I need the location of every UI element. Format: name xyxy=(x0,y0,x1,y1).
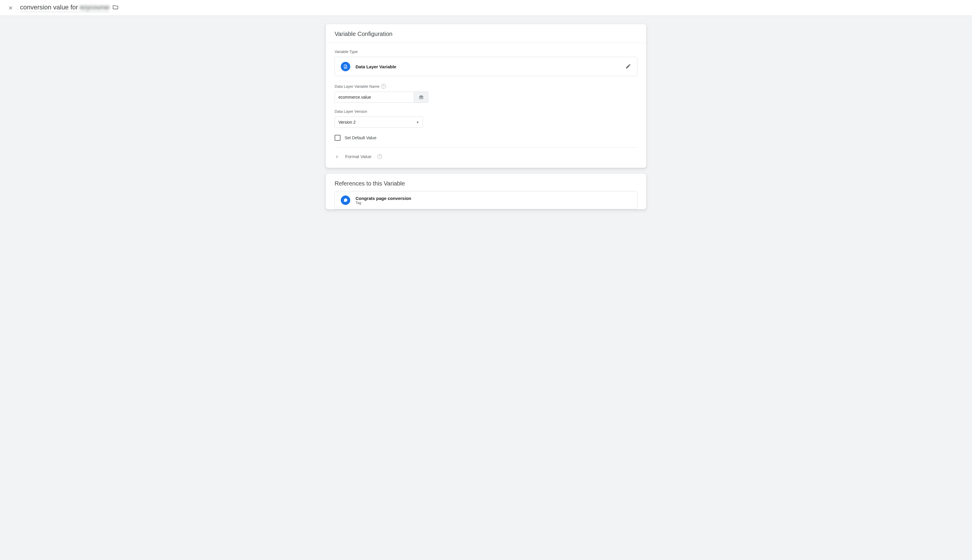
default-value-row: Set Default Value xyxy=(335,135,637,148)
pencil-icon xyxy=(625,63,631,69)
folder-button[interactable] xyxy=(112,4,119,12)
default-value-label: Set Default Value xyxy=(345,135,377,140)
version-value: Version 2 xyxy=(338,120,355,125)
variable-name-input[interactable] xyxy=(335,92,414,103)
format-value-toggle[interactable]: › Format Value ? xyxy=(335,148,637,165)
help-icon[interactable]: ? xyxy=(377,154,382,159)
brick-icon xyxy=(418,95,424,100)
reference-type: Tag xyxy=(355,201,411,205)
folder-icon xyxy=(112,4,119,11)
data-layer-icon xyxy=(341,62,350,71)
config-card: Variable Configuration Variable Type Dat… xyxy=(326,24,646,168)
title-blurred: ezycourse xyxy=(80,3,109,11)
chevron-down-icon: ▼ xyxy=(416,121,419,124)
page-header: conversion value for ezycourse xyxy=(0,0,972,16)
config-body: Variable Type Data Layer Variable Data L… xyxy=(326,43,646,168)
version-select[interactable]: Version 2 ▼ xyxy=(335,117,423,128)
reference-name: Congrats page conversion xyxy=(355,196,411,201)
close-icon xyxy=(8,5,13,11)
title-wrap: conversion value for ezycourse xyxy=(20,3,119,12)
variable-type-label: Variable Type xyxy=(335,50,637,54)
chevron-right-icon: › xyxy=(335,153,339,160)
variable-name-label-text: Data Layer Variable Name xyxy=(335,84,379,88)
default-value-checkbox[interactable] xyxy=(335,135,340,141)
tag-icon xyxy=(341,195,350,205)
variable-name-label: Data Layer Variable Name ? xyxy=(335,84,637,88)
reference-text: Congrats page conversion Tag xyxy=(355,196,411,205)
help-icon[interactable]: ? xyxy=(381,84,386,88)
reference-item[interactable]: Congrats page conversion Tag xyxy=(335,191,637,209)
title-prefix: conversion value for xyxy=(20,3,80,11)
config-section-title: Variable Configuration xyxy=(326,24,646,43)
insert-variable-button[interactable] xyxy=(414,92,428,103)
version-label: Data Layer Version xyxy=(335,109,637,113)
main-content: Variable Configuration Variable Type Dat… xyxy=(321,24,651,209)
variable-name-row xyxy=(335,92,637,103)
variable-type-name: Data Layer Variable xyxy=(355,64,620,69)
variable-title[interactable]: conversion value for ezycourse xyxy=(20,3,109,12)
references-card: References to this Variable Congrats pag… xyxy=(326,174,646,209)
edit-type-button[interactable] xyxy=(625,63,631,70)
variable-type-selector[interactable]: Data Layer Variable xyxy=(335,57,637,76)
format-value-label: Format Value xyxy=(345,154,372,159)
references-title: References to this Variable xyxy=(326,174,646,191)
close-button[interactable] xyxy=(7,4,14,12)
